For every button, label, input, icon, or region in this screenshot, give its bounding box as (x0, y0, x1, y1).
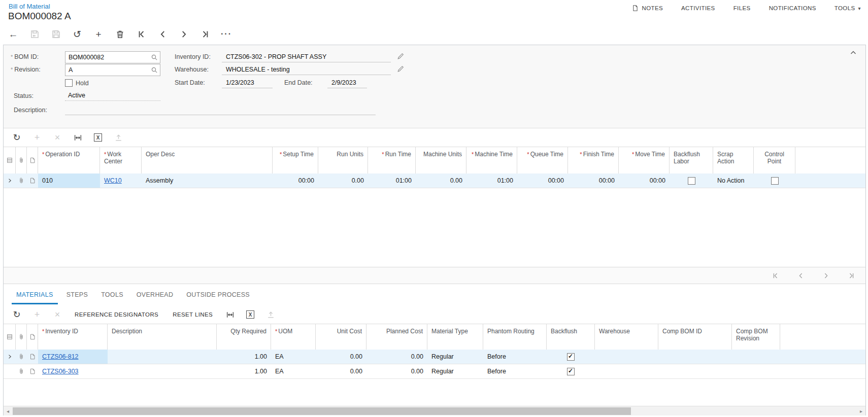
work-center-link[interactable]: WC10 (104, 177, 122, 184)
first-record-button[interactable] (135, 28, 147, 40)
cell-unit-cost[interactable]: 0.00 (316, 364, 366, 378)
save-button[interactable] (50, 28, 62, 40)
col-header-queue-time[interactable]: *Queue Time (517, 147, 568, 173)
paperclip-icon[interactable] (16, 324, 27, 350)
cell-comp-bom-revision[interactable] (732, 350, 780, 364)
paperclip-icon[interactable] (16, 350, 27, 364)
bom-id-input[interactable] (65, 52, 160, 63)
operations-row[interactable]: 010 WC10 Assembly 00:00 0.00 01:00 0.00 … (4, 173, 865, 188)
pager-next-icon[interactable] (821, 270, 831, 281)
note-icon[interactable] (27, 147, 38, 173)
delete-row-icon[interactable]: × (51, 131, 63, 144)
cell-oper-desc[interactable]: Assembly (142, 173, 273, 188)
next-record-button[interactable] (178, 28, 190, 40)
cell-uom[interactable]: EA (271, 350, 316, 364)
end-date-value[interactable]: 2/9/2023 (327, 77, 367, 88)
cell-run-time[interactable]: 01:00 (368, 173, 416, 188)
control-point-checkbox[interactable] (771, 177, 779, 185)
bom-id-field[interactable] (65, 51, 160, 63)
refresh-icon[interactable]: ↻ (11, 131, 23, 144)
col-header-qty-required[interactable]: Qty Required (217, 324, 271, 350)
col-header-run-units[interactable]: Run Units (318, 147, 368, 173)
add-new-record-button[interactable]: + (92, 28, 105, 40)
backflush-labor-checkbox[interactable] (688, 177, 695, 185)
cell-qty-required[interactable]: 1.00 (217, 350, 271, 364)
fit-to-screen-icon[interactable] (72, 131, 84, 144)
last-record-button[interactable] (199, 28, 211, 40)
cell-comp-bom-id[interactable] (658, 364, 732, 378)
cell-backflush-labor[interactable] (670, 173, 713, 188)
export-to-excel-icon[interactable]: X (92, 131, 104, 144)
cell-comp-bom-id[interactable] (658, 350, 732, 364)
scroll-left-icon[interactable]: ◂ (4, 406, 12, 415)
cell-description[interactable] (108, 350, 217, 364)
cell-machine-time[interactable]: 01:00 (466, 173, 517, 188)
cell-operation-id[interactable]: 010 (38, 173, 100, 188)
start-date-value[interactable]: 1/23/2023 (222, 77, 273, 88)
cell-scrap-action[interactable]: No Action (713, 173, 754, 188)
cell-move-time[interactable]: 00:00 (619, 173, 670, 188)
col-header-machine-units[interactable]: Machine Units (416, 147, 466, 173)
cell-phantom-routing[interactable]: Before (483, 350, 547, 364)
col-header-finish-time[interactable]: *Finish Time (568, 147, 619, 173)
scrollbar-thumb[interactable] (13, 407, 631, 415)
reference-designators-button[interactable]: REFERENCE DESIGNATORS (72, 311, 161, 318)
col-header-material-type[interactable]: Material Type (427, 324, 483, 350)
tools-menu-button[interactable]: TOOLS▾ (834, 5, 861, 11)
note-icon[interactable] (27, 173, 38, 188)
cell-uom[interactable]: EA (271, 364, 316, 378)
cell-backflush[interactable] (547, 364, 595, 378)
cell-finish-time[interactable]: 00:00 (568, 173, 619, 188)
note-icon[interactable] (27, 364, 38, 378)
material-row[interactable]: CTZS06-812 1.00 EA 0.00 0.00 Regular Bef… (4, 350, 865, 364)
notifications-menu-button[interactable]: NOTIFICATIONS (769, 5, 816, 11)
inventory-id-link[interactable]: CTZS06-812 (42, 353, 79, 360)
grid-settings-icon[interactable] (4, 147, 16, 173)
backflush-checkbox[interactable] (567, 353, 575, 361)
col-header-planned-cost[interactable]: Planned Cost (366, 324, 427, 350)
activities-menu-button[interactable]: ACTIVITIES (681, 5, 715, 11)
upload-icon[interactable] (264, 308, 277, 321)
row-expander-icon[interactable] (4, 350, 16, 364)
hold-checkbox[interactable] (65, 79, 73, 87)
inventory-id-value[interactable]: CTZS06-302 - PROP SHAFT ASSY (222, 51, 391, 62)
paperclip-icon[interactable] (16, 364, 27, 378)
tab-tools[interactable]: TOOLS (94, 284, 130, 305)
paperclip-icon[interactable] (16, 147, 27, 173)
cell-backflush[interactable] (547, 350, 595, 364)
export-to-excel-icon[interactable]: X (244, 308, 256, 321)
col-header-unit-cost[interactable]: Unit Cost (316, 324, 366, 350)
pager-last-icon[interactable] (846, 270, 856, 281)
col-header-work-center[interactable]: *Work Center (100, 147, 142, 173)
inventory-id-link[interactable]: CTZS06-303 (42, 368, 79, 375)
breadcrumb-link[interactable]: Bill of Material (9, 3, 50, 10)
material-row[interactable]: CTZS06-303 1.00 EA 0.00 0.00 Regular Bef… (4, 364, 865, 379)
revision-input[interactable] (65, 64, 160, 76)
cell-machine-units[interactable]: 0.00 (416, 173, 466, 188)
files-menu-button[interactable]: FILES (733, 5, 751, 11)
horizontal-scrollbar[interactable]: ◂ ▸ (4, 406, 865, 415)
refresh-icon[interactable]: ↻ (11, 308, 23, 321)
lookup-magnifier-icon[interactable] (150, 53, 158, 61)
pager-first-icon[interactable] (770, 270, 780, 281)
edit-inventory-pencil-icon[interactable] (396, 52, 406, 61)
col-header-description[interactable]: Description (108, 324, 217, 350)
revision-field[interactable] (65, 64, 160, 76)
col-header-comp-bom-id[interactable]: Comp BOM ID (658, 324, 732, 350)
cell-planned-cost[interactable]: 0.00 (366, 350, 427, 364)
col-header-machine-time[interactable]: *Machine Time (466, 147, 517, 173)
warehouse-value[interactable]: WHOLESALE - testing (222, 64, 391, 75)
backflush-checkbox[interactable] (567, 368, 575, 375)
delete-button[interactable] (114, 28, 126, 40)
cell-warehouse[interactable] (595, 350, 658, 364)
pager-previous-icon[interactable] (795, 270, 806, 281)
paperclip-icon[interactable] (16, 173, 27, 188)
cell-warehouse[interactable] (595, 364, 658, 378)
cell-phantom-routing[interactable]: Before (483, 364, 547, 378)
col-header-uom[interactable]: *UOM (271, 324, 316, 350)
col-header-setup-time[interactable]: *Setup Time (273, 147, 318, 173)
col-header-run-time[interactable]: *Run Time (368, 147, 416, 173)
notes-menu-button[interactable]: NOTES (632, 5, 663, 12)
edit-warehouse-pencil-icon[interactable] (396, 65, 406, 74)
add-row-icon[interactable]: + (31, 131, 43, 144)
